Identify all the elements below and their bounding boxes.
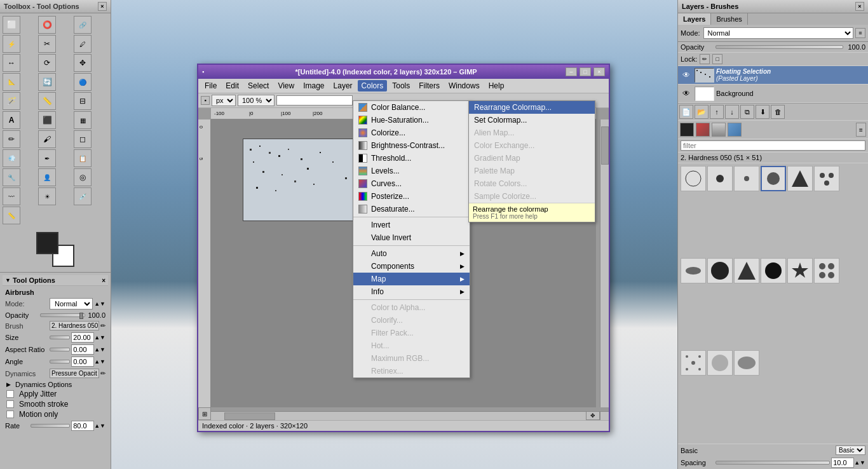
tab-brushes[interactable]: Brushes [711, 13, 747, 25]
aspect-spin-icon[interactable]: ▲▼ [94, 346, 105, 353]
brush-item-11[interactable] [787, 258, 813, 283]
brush-item-9[interactable] [734, 258, 759, 283]
menu-posterize[interactable]: Posterize... [353, 190, 470, 203]
tool-color-picker[interactable]: 💉 [74, 187, 92, 205]
brush-value[interactable]: 2. Hardness 050 [50, 321, 99, 330]
brush-category-select[interactable]: Basic [836, 445, 865, 455]
brush-item-3[interactable] [734, 166, 759, 191]
rate-spin-icon[interactable]: ▲▼ [94, 423, 105, 429]
menu-filters[interactable]: Filters [415, 80, 444, 92]
aspect-slider[interactable] [50, 348, 70, 351]
menu-view[interactable]: View [274, 80, 298, 92]
gimp-minimize-btn[interactable]: – [566, 67, 577, 76]
brush-item-5[interactable] [787, 166, 813, 191]
menu-layer[interactable]: Layer [330, 80, 356, 92]
delete-layer-btn[interactable]: 🗑 [771, 105, 785, 119]
tool-paths[interactable]: 🖊 [74, 35, 92, 53]
size-input[interactable]: 20.00 [71, 332, 94, 343]
mode-select[interactable]: Normal [50, 298, 93, 309]
tool-blur[interactable]: ◎ [74, 168, 92, 186]
menu-file[interactable]: File [201, 80, 220, 92]
menu-edit[interactable]: Edit [222, 80, 243, 92]
menu-image[interactable]: Image [299, 80, 328, 92]
layers-menu-btn[interactable]: ≡ [855, 28, 865, 38]
tool-perspective-clone[interactable]: 👤 [38, 168, 56, 186]
rate-slider[interactable] [31, 424, 70, 428]
menu-tools[interactable]: Tools [388, 80, 414, 92]
smooth-stroke-checkbox[interactable] [6, 400, 14, 408]
menu-info[interactable]: Info ▶ [353, 285, 470, 298]
tool-airbrush[interactable]: 💨 [3, 149, 20, 167]
tab-layers[interactable]: Layers [678, 13, 711, 25]
menu-levels[interactable]: Levels... [353, 165, 470, 177]
layer-visible-icon-bg[interactable]: 👁 [681, 88, 692, 99]
tool-clone[interactable]: 📋 [74, 149, 92, 167]
tool-ellipse[interactable]: ⭕ [38, 16, 56, 34]
menu-invert[interactable]: Invert [353, 219, 470, 231]
tool-pencil[interactable]: ✏ [3, 130, 20, 148]
motion-only-checkbox[interactable] [6, 411, 14, 418]
lock-pixels-icon[interactable]: ✏ [700, 54, 710, 64]
menu-value-invert[interactable]: Value Invert [353, 231, 470, 244]
menu-select[interactable]: Select [244, 80, 273, 92]
lower-layer-btn[interactable]: ↓ [725, 105, 739, 119]
brush-item-7[interactable] [681, 258, 706, 283]
brush-item-1[interactable] [681, 166, 706, 191]
tool-perspective[interactable]: 📏 [38, 92, 56, 110]
menu-help[interactable]: Help [485, 80, 508, 92]
spacing-slider[interactable] [715, 461, 830, 465]
menu-threshold[interactable]: Threshold... [353, 152, 470, 165]
brushes-grid[interactable] [678, 163, 868, 444]
brush-item-2[interactable] [707, 166, 733, 191]
lock-alpha-icon[interactable]: □ [712, 54, 722, 64]
spacing-input[interactable]: 10.0 [831, 458, 854, 468]
navigate-icon[interactable]: ⊞ [198, 407, 211, 420]
tool-smudge[interactable]: 〰 [3, 187, 20, 205]
scroll-thumb-v[interactable] [601, 126, 609, 165]
size-slider[interactable] [50, 336, 70, 339]
opacity-slider[interactable] [40, 313, 85, 317]
layers-mode-select[interactable]: Normal [703, 27, 853, 39]
brushes-filter-input[interactable] [681, 140, 865, 151]
brush-color-red[interactable] [696, 123, 710, 137]
tool-measure[interactable]: 📏 [3, 207, 20, 224]
tool-align[interactable]: ⟳ [38, 54, 56, 72]
brushes-menu-btn[interactable]: ≡ [856, 123, 866, 137]
brush-color-blue[interactable] [728, 123, 742, 137]
canvas-drag-icon[interactable]: ✥ [586, 411, 600, 420]
menu-auto[interactable]: Auto ▶ [353, 247, 470, 260]
brush-edit-icon[interactable]: ✏ [100, 322, 105, 329]
toolbox-close-btn[interactable]: × [98, 2, 107, 11]
brush-item-13[interactable] [681, 350, 706, 376]
brush-item-14[interactable] [707, 350, 733, 376]
tool-move[interactable]: ✥ [74, 54, 92, 72]
raise-layer-btn[interactable]: ↑ [710, 105, 724, 119]
brush-item-6[interactable] [814, 166, 839, 191]
angle-slider[interactable] [50, 360, 70, 364]
rate-input[interactable]: 80.0 [71, 421, 94, 431]
menu-colorize[interactable]: Colorize... [353, 126, 470, 139]
layers-opacity-slider[interactable] [715, 45, 843, 49]
brush-color-gray[interactable] [712, 123, 726, 137]
menu-brightness-contrast[interactable]: Brightness-Contrast... [353, 139, 470, 152]
tool-gradient[interactable]: ▦ [74, 111, 92, 129]
foreground-color[interactable] [36, 232, 58, 254]
dynamics-value[interactable]: Pressure Opacit [50, 369, 99, 378]
tool-options-close-icon[interactable]: × [102, 277, 105, 284]
canvas-scrollbar-v[interactable] [600, 119, 609, 407]
tool-fill[interactable]: ⬛ [38, 111, 56, 129]
menu-desaturate[interactable]: Desaturate... [353, 203, 470, 215]
gimp-close-btn[interactable]: × [593, 67, 605, 76]
menu-hue-saturation[interactable]: Hue-Saturation... [353, 114, 470, 126]
menu-windows[interactable]: Windows [445, 80, 484, 92]
tool-scale[interactable]: 🔵 [74, 73, 92, 91]
tool-transform[interactable]: ↔ [3, 54, 20, 72]
dynamics-options-row[interactable]: ▶ Dynamics Options [5, 380, 105, 389]
menu-color-balance[interactable]: Color Balance... [353, 101, 470, 114]
layers-close-btn[interactable]: × [855, 2, 864, 11]
gimp-maximize-btn[interactable]: □ [580, 67, 591, 76]
spacing-spin-icon[interactable]: ▲▼ [854, 459, 865, 466]
scroll-thumb-h[interactable] [224, 412, 275, 420]
tool-scissors[interactable]: ✂ [38, 35, 56, 53]
tool-selection[interactable]: ⬜ [3, 16, 20, 34]
